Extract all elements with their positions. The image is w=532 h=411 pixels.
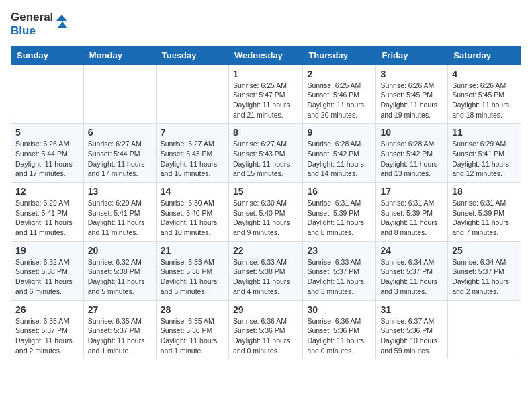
day-number: 3 [380, 68, 443, 79]
calendar-cell: 23Sunrise: 6:33 AM Sunset: 5:37 PM Dayli… [303, 241, 376, 300]
calendar-cell: 30Sunrise: 6:36 AM Sunset: 5:36 PM Dayli… [303, 300, 376, 359]
calendar-cell: 7Sunrise: 6:27 AM Sunset: 5:43 PM Daylig… [156, 124, 228, 183]
day-info: Sunrise: 6:33 AM Sunset: 5:38 PM Dayligh… [233, 257, 298, 297]
day-info: Sunrise: 6:30 AM Sunset: 5:40 PM Dayligh… [233, 198, 298, 238]
day-info: Sunrise: 6:37 AM Sunset: 5:36 PM Dayligh… [380, 316, 443, 356]
day-info: Sunrise: 6:27 AM Sunset: 5:44 PM Dayligh… [88, 139, 152, 179]
day-number: 18 [452, 186, 517, 197]
svg-marker-0 [56, 15, 68, 21]
day-number: 10 [380, 127, 443, 138]
day-info: Sunrise: 6:35 AM Sunset: 5:36 PM Dayligh… [161, 316, 224, 356]
calendar-cell: 22Sunrise: 6:33 AM Sunset: 5:38 PM Dayli… [228, 241, 302, 300]
calendar-cell [448, 300, 521, 359]
day-info: Sunrise: 6:25 AM Sunset: 5:47 PM Dayligh… [233, 81, 298, 120]
calendar-cell: 31Sunrise: 6:37 AM Sunset: 5:36 PM Dayli… [376, 300, 448, 359]
calendar-cell: 20Sunrise: 6:32 AM Sunset: 5:38 PM Dayli… [83, 241, 156, 300]
day-number: 24 [380, 245, 443, 256]
day-number: 11 [452, 127, 517, 138]
day-number: 30 [307, 304, 371, 315]
day-info: Sunrise: 6:31 AM Sunset: 5:39 PM Dayligh… [452, 198, 517, 238]
day-info: Sunrise: 6:33 AM Sunset: 5:38 PM Dayligh… [161, 257, 224, 297]
day-number: 20 [88, 245, 152, 256]
day-info: Sunrise: 6:26 AM Sunset: 5:45 PM Dayligh… [380, 81, 443, 120]
weekday-header-friday: Friday [376, 46, 448, 64]
day-number: 27 [88, 304, 152, 315]
day-info: Sunrise: 6:27 AM Sunset: 5:43 PM Dayligh… [233, 139, 298, 179]
day-info: Sunrise: 6:28 AM Sunset: 5:42 PM Dayligh… [307, 139, 371, 179]
calendar-cell: 10Sunrise: 6:28 AM Sunset: 5:42 PM Dayli… [376, 124, 448, 183]
day-number: 6 [88, 127, 152, 138]
calendar-week-5: 26Sunrise: 6:35 AM Sunset: 5:37 PM Dayli… [11, 300, 521, 359]
calendar-cell: 12Sunrise: 6:29 AM Sunset: 5:41 PM Dayli… [11, 183, 84, 242]
day-number: 29 [233, 304, 298, 315]
day-number: 8 [233, 127, 298, 138]
calendar-cell: 28Sunrise: 6:35 AM Sunset: 5:36 PM Dayli… [156, 300, 228, 359]
day-number: 22 [233, 245, 298, 256]
calendar-cell [83, 64, 156, 124]
calendar-cell: 11Sunrise: 6:29 AM Sunset: 5:41 PM Dayli… [448, 124, 521, 183]
weekday-header-tuesday: Tuesday [156, 46, 228, 64]
calendar-week-4: 19Sunrise: 6:32 AM Sunset: 5:38 PM Dayli… [11, 241, 521, 300]
day-info: Sunrise: 6:31 AM Sunset: 5:39 PM Dayligh… [380, 198, 443, 238]
day-number: 5 [15, 127, 79, 138]
day-number: 2 [307, 68, 371, 79]
calendar-cell: 16Sunrise: 6:31 AM Sunset: 5:39 PM Dayli… [303, 183, 376, 242]
day-info: Sunrise: 6:32 AM Sunset: 5:38 PM Dayligh… [15, 257, 79, 297]
calendar-cell: 8Sunrise: 6:27 AM Sunset: 5:43 PM Daylig… [228, 124, 302, 183]
day-number: 1 [233, 68, 298, 79]
svg-marker-1 [57, 21, 68, 28]
day-info: Sunrise: 6:29 AM Sunset: 5:41 PM Dayligh… [15, 198, 79, 238]
day-number: 26 [15, 304, 79, 315]
calendar-cell: 18Sunrise: 6:31 AM Sunset: 5:39 PM Dayli… [448, 183, 521, 242]
calendar-cell: 3Sunrise: 6:26 AM Sunset: 5:45 PM Daylig… [376, 64, 448, 124]
day-number: 9 [307, 127, 371, 138]
day-number: 19 [15, 245, 79, 256]
day-info: Sunrise: 6:30 AM Sunset: 5:40 PM Dayligh… [161, 198, 224, 238]
day-number: 7 [161, 127, 224, 138]
day-number: 21 [161, 245, 224, 256]
calendar-week-2: 5Sunrise: 6:26 AM Sunset: 5:44 PM Daylig… [11, 124, 521, 183]
day-number: 14 [161, 186, 224, 197]
day-number: 13 [88, 186, 152, 197]
day-number: 23 [307, 245, 371, 256]
calendar-week-1: 1Sunrise: 6:25 AM Sunset: 5:47 PM Daylig… [11, 64, 521, 124]
day-info: Sunrise: 6:26 AM Sunset: 5:44 PM Dayligh… [15, 139, 79, 179]
calendar-cell [11, 64, 84, 124]
calendar-cell: 15Sunrise: 6:30 AM Sunset: 5:40 PM Dayli… [228, 183, 302, 242]
calendar-cell: 2Sunrise: 6:25 AM Sunset: 5:46 PM Daylig… [303, 64, 376, 124]
calendar-cell: 19Sunrise: 6:32 AM Sunset: 5:38 PM Dayli… [11, 241, 84, 300]
day-number: 28 [161, 304, 224, 315]
calendar-cell: 6Sunrise: 6:27 AM Sunset: 5:44 PM Daylig… [83, 124, 156, 183]
page-header: GeneralBlue [11, 11, 521, 38]
calendar-cell [156, 64, 228, 124]
day-number: 16 [307, 186, 371, 197]
day-number: 25 [452, 245, 517, 256]
logo: GeneralBlue [11, 11, 68, 38]
calendar-table: SundayMondayTuesdayWednesdayThursdayFrid… [11, 46, 521, 360]
calendar-cell: 25Sunrise: 6:34 AM Sunset: 5:37 PM Dayli… [448, 241, 521, 300]
day-info: Sunrise: 6:29 AM Sunset: 5:41 PM Dayligh… [88, 198, 152, 238]
weekday-header-thursday: Thursday [303, 46, 376, 64]
weekday-header-row: SundayMondayTuesdayWednesdayThursdayFrid… [11, 46, 521, 64]
day-info: Sunrise: 6:27 AM Sunset: 5:43 PM Dayligh… [161, 139, 224, 179]
day-info: Sunrise: 6:32 AM Sunset: 5:38 PM Dayligh… [88, 257, 152, 297]
day-info: Sunrise: 6:28 AM Sunset: 5:42 PM Dayligh… [380, 139, 443, 179]
weekday-header-sunday: Sunday [11, 46, 84, 64]
calendar-cell: 26Sunrise: 6:35 AM Sunset: 5:37 PM Dayli… [11, 300, 84, 359]
calendar-cell: 4Sunrise: 6:26 AM Sunset: 5:45 PM Daylig… [448, 64, 521, 124]
calendar-cell: 24Sunrise: 6:34 AM Sunset: 5:37 PM Dayli… [376, 241, 448, 300]
calendar-cell: 14Sunrise: 6:30 AM Sunset: 5:40 PM Dayli… [156, 183, 228, 242]
calendar-cell: 1Sunrise: 6:25 AM Sunset: 5:47 PM Daylig… [228, 64, 302, 124]
day-number: 31 [380, 304, 443, 315]
day-number: 15 [233, 186, 298, 197]
day-number: 12 [15, 186, 79, 197]
calendar-cell: 9Sunrise: 6:28 AM Sunset: 5:42 PM Daylig… [303, 124, 376, 183]
calendar-cell: 17Sunrise: 6:31 AM Sunset: 5:39 PM Dayli… [376, 183, 448, 242]
day-info: Sunrise: 6:31 AM Sunset: 5:39 PM Dayligh… [307, 198, 371, 238]
weekday-header-saturday: Saturday [448, 46, 521, 64]
day-info: Sunrise: 6:26 AM Sunset: 5:45 PM Dayligh… [452, 81, 517, 120]
day-info: Sunrise: 6:36 AM Sunset: 5:36 PM Dayligh… [307, 316, 371, 356]
day-info: Sunrise: 6:36 AM Sunset: 5:36 PM Dayligh… [233, 316, 298, 356]
day-info: Sunrise: 6:35 AM Sunset: 5:37 PM Dayligh… [88, 316, 152, 356]
day-info: Sunrise: 6:35 AM Sunset: 5:37 PM Dayligh… [15, 316, 79, 356]
